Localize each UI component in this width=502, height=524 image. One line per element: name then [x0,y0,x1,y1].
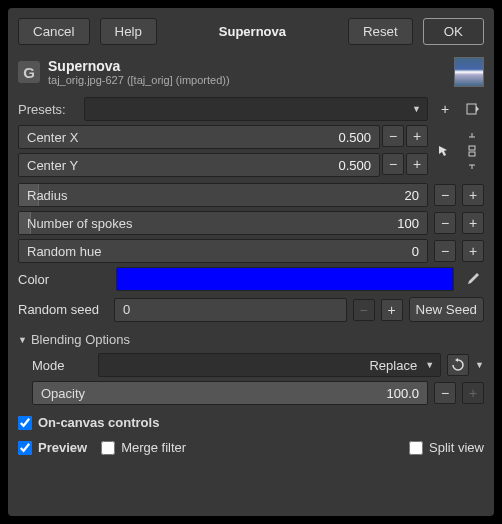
split-view-label: Split view [429,440,484,455]
center-x-minus-button[interactable]: − [382,125,404,147]
manage-presets-button[interactable] [462,98,484,120]
chevron-down-icon: ▼ [425,360,434,370]
random-hue-label: Random hue [27,244,101,259]
on-canvas-label: On-canvas controls [38,415,159,430]
spokes-value: 100 [397,216,419,231]
center-x-input[interactable]: Center X 0.500 [18,125,380,149]
image-name: taj_orig.jpg-627 ([taj_orig] (imported)) [48,74,446,86]
svg-rect-0 [467,104,476,114]
center-y-input[interactable]: Center Y 0.500 [18,153,380,177]
radius-input[interactable]: Radius 20 [18,183,428,207]
random-seed-value: 0 [123,302,130,317]
center-y-label: Center Y [27,158,78,173]
chevron-down-icon: ▼ [475,360,484,370]
color-swatch[interactable] [116,267,454,291]
image-thumbnail [454,57,484,87]
svg-rect-1 [469,146,475,150]
split-view-checkbox[interactable] [409,441,423,455]
presets-row: Presets: ▼ + [18,97,484,121]
spokes-minus-button[interactable]: − [434,212,456,234]
on-canvas-checkbox[interactable] [18,416,32,430]
link-axes-button[interactable] [461,126,483,176]
color-picker-button[interactable] [462,268,484,290]
random-hue-input[interactable]: Random hue 0 [18,239,428,263]
collapse-icon: ▼ [18,335,27,345]
center-y-plus-button[interactable]: + [406,153,428,175]
opacity-value: 100.0 [386,386,419,401]
cancel-button[interactable]: Cancel [18,18,90,45]
seed-minus-button[interactable]: − [353,299,375,321]
help-button[interactable]: Help [100,18,157,45]
center-x-label: Center X [27,130,78,145]
random-hue-value: 0 [412,244,419,259]
merge-filter-label: Merge filter [121,440,186,455]
center-y-minus-button[interactable]: − [382,153,404,175]
opacity-label: Opacity [41,386,85,401]
blending-header[interactable]: ▼ Blending Options [18,332,484,347]
add-preset-button[interactable]: + [434,98,456,120]
blending-title: Blending Options [31,332,130,347]
spokes-label: Number of spokes [27,216,133,231]
pick-point-button[interactable] [433,140,455,162]
seed-plus-button[interactable]: + [381,299,403,321]
dialog-buttons: Cancel Help Supernova Reset OK [18,18,484,45]
header: G Supernova taj_orig.jpg-627 ([taj_orig]… [18,57,484,87]
mode-reset-button[interactable] [447,354,469,376]
random-seed-label: Random seed [18,302,108,317]
svg-rect-2 [469,152,475,156]
new-seed-button[interactable]: New Seed [409,297,485,322]
random-seed-input[interactable]: 0 [114,298,347,322]
radius-label: Radius [27,188,67,203]
center-x-plus-button[interactable]: + [406,125,428,147]
spokes-input[interactable]: Number of spokes 100 [18,211,428,235]
spokes-plus-button[interactable]: + [462,212,484,234]
radius-minus-button[interactable]: − [434,184,456,206]
random-hue-plus-button[interactable]: + [462,240,484,262]
color-label: Color [18,272,108,287]
reset-button[interactable]: Reset [348,18,413,45]
opacity-input[interactable]: Opacity 100.0 [32,381,428,405]
center-x-value: 0.500 [338,130,371,145]
chevron-down-icon: ▼ [412,104,421,114]
mode-combo[interactable]: Replace ▼ [98,353,441,377]
random-hue-minus-button[interactable]: − [434,240,456,262]
preview-checkbox[interactable] [18,441,32,455]
center-y-value: 0.500 [338,158,371,173]
radius-value: 20 [405,188,419,203]
filter-dialog: Cancel Help Supernova Reset OK G Superno… [8,8,494,516]
opacity-plus-button[interactable]: + [462,382,484,404]
presets-label: Presets: [18,102,78,117]
ok-button[interactable]: OK [423,18,484,45]
mode-label: Mode [32,358,92,373]
preview-label: Preview [38,440,87,455]
radius-plus-button[interactable]: + [462,184,484,206]
opacity-minus-button[interactable]: − [434,382,456,404]
merge-filter-checkbox[interactable] [101,441,115,455]
mode-value: Replace [369,358,417,373]
gimp-logo-icon: G [18,61,40,83]
dialog-title: Supernova [167,24,338,39]
center-fields: Center X 0.500 − + Center Y 0.500 − + [18,125,484,177]
presets-combo[interactable]: ▼ [84,97,428,121]
filter-name: Supernova [48,58,446,74]
